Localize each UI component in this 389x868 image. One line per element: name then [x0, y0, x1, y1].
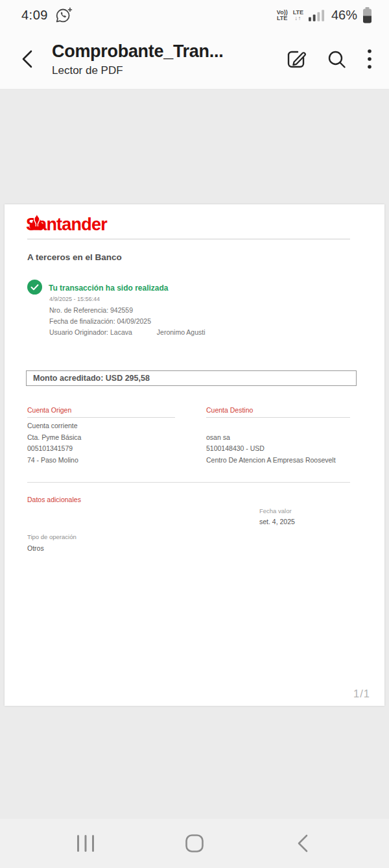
app-name: Lector de PDF [52, 64, 285, 77]
destination-row [206, 420, 350, 432]
originator-name: Jeronimo Agusti [157, 328, 206, 336]
origin-row: 74 - Paso Molino [27, 455, 175, 466]
destination-heading: Cuenta Destino [206, 406, 350, 418]
credited-amount-box: Monto acreditado: USD 295,58 [26, 370, 357, 386]
edit-icon [285, 49, 307, 70]
operation-type: Otros [27, 544, 44, 552]
santander-flame-icon [26, 215, 48, 234]
destination-row: 5100148430 - USD [206, 443, 350, 455]
status-bar: 4:09 Vo)) LTE LTE ↓↑ 46% [0, 0, 389, 29]
origin-row: Cta. Pyme Básica [27, 432, 175, 444]
origin-row: 005101341579 [27, 443, 175, 455]
whatsapp-notification-icon [55, 6, 73, 24]
transaction-status-message: Tu transacción ha sido realizada [49, 283, 169, 293]
signal-strength-icon [309, 10, 325, 21]
search-icon [327, 49, 347, 69]
value-date-label: Fecha valor [259, 507, 292, 514]
volte-icon: Vo)) LTE [277, 10, 288, 21]
origin-heading: Cuenta Origen [27, 406, 175, 418]
additional-data-heading: Datos adicionales [27, 496, 81, 503]
destination-row: osan sa [206, 432, 350, 444]
more-options-icon [367, 49, 372, 69]
section-divider [27, 482, 350, 483]
clock: 4:09 [21, 8, 48, 23]
recents-button[interactable] [76, 834, 95, 852]
pdf-viewport[interactable]: Santander A terceros en el Banco Tu tran… [0, 90, 389, 819]
transaction-datetime: 4/9/2025 - 15:56:44 [49, 296, 100, 302]
origin-account-section: Cuenta Origen Cuenta corriente Cta. Pyme… [27, 406, 175, 466]
home-icon [185, 834, 204, 853]
destination-row: Centro De Atencion A Empresas Roosevelt [206, 455, 350, 466]
originator-label: Usuario Originador: Lacava [49, 328, 132, 336]
transfer-type-title: A terceros en el Banco [27, 252, 122, 262]
battery-icon [362, 7, 372, 23]
edit-button[interactable] [285, 49, 307, 70]
originator-user: Usuario Originador: Lacava Jeronimo Agus… [49, 328, 206, 336]
document-title: Comprobante_Tran... [52, 42, 285, 62]
app-header: Comprobante_Tran... Lector de PDF [0, 29, 389, 90]
lte-data-icon: LTE ↓↑ [293, 10, 303, 21]
destination-account-section: Cuenta Destino osan sa 5100148430 - USD … [206, 406, 350, 466]
nav-back-button[interactable] [296, 834, 309, 853]
pdf-page: Santander A terceros en el Banco Tu tran… [5, 204, 384, 706]
back-button[interactable] [19, 46, 41, 72]
nav-back-icon [296, 834, 309, 853]
home-button[interactable] [185, 834, 204, 853]
back-icon [19, 49, 36, 69]
recents-icon [76, 834, 95, 852]
origin-row: Cuenta corriente [27, 420, 175, 432]
more-options-button[interactable] [367, 49, 372, 69]
logo-divider [27, 239, 350, 239]
navigation-bar [0, 819, 389, 868]
finalization-date: Fecha de finalización: 04/09/2025 [49, 317, 151, 325]
value-date: set. 4, 2025 [259, 518, 295, 525]
search-button[interactable] [327, 49, 347, 69]
reference-number: Nro. de Referencia: 942559 [49, 306, 133, 314]
battery-percent: 46% [331, 8, 357, 23]
operation-type-label: Tipo de operación [27, 533, 77, 540]
page-indicator: 1/1 [353, 688, 370, 700]
santander-logo: Santander [26, 215, 107, 234]
